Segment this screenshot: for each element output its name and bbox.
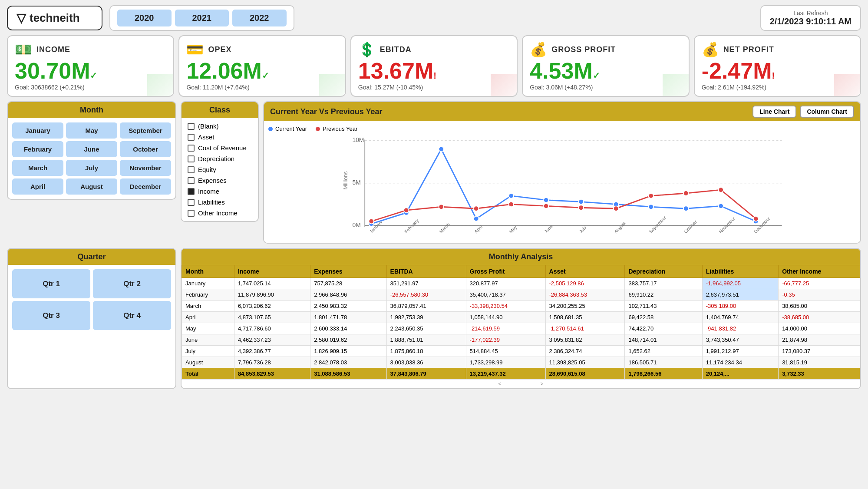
month-cell-october[interactable]: October <box>120 141 171 157</box>
table-cell: -26,557,580.30 <box>386 289 466 301</box>
table-cell: 2,243,650.35 <box>386 323 466 334</box>
middle-row: Month JanuaryMaySeptemberFebruaryJuneOct… <box>7 101 861 244</box>
table-cell: 7,796,736.28 <box>234 357 310 368</box>
month-cell-january[interactable]: January <box>12 122 63 139</box>
legend-previous-label: Previous Year <box>323 126 357 132</box>
month-cell-february[interactable]: February <box>12 141 63 157</box>
table-cell: 2,966,848.96 <box>310 289 386 301</box>
header-row: ▽ techneith 2020 2021 2022 Last Refresh … <box>7 5 861 31</box>
table-cell: 35,400,718.37 <box>466 289 545 301</box>
kpi-goal: Goal: 30638662 (+0.21%) <box>15 84 166 91</box>
chart-header: Current Year Vs Previous Year Line Chart… <box>264 102 860 121</box>
kpi-header: 💳 OPEX <box>186 41 338 58</box>
kpi-icon: 💳 <box>186 41 204 58</box>
quarter-cell-qtr-1[interactable]: Qtr 1 <box>12 269 90 298</box>
month-cell-december[interactable]: December <box>120 178 171 195</box>
table-cell: January <box>182 278 234 289</box>
kpi-card-gross-profit[interactable]: 💰 GROSS PROFIT 4.53M✓ Goal: 3.06M (+48.2… <box>522 35 689 97</box>
kpi-value: 12.06M✓ <box>186 59 338 82</box>
quarter-cell-qtr-2[interactable]: Qtr 2 <box>93 269 171 298</box>
class-item-other-income[interactable]: Other Income <box>188 209 252 217</box>
svg-point-17 <box>648 205 653 210</box>
table-cell: 1,404,769.74 <box>702 312 778 323</box>
quarter-cell-qtr-3[interactable]: Qtr 3 <box>12 301 90 330</box>
kpi-excl-icon: ! <box>772 71 775 80</box>
month-cell-july[interactable]: July <box>66 160 117 176</box>
class-label: Asset <box>198 133 215 141</box>
kpi-card-ebitda[interactable]: 💲 EBITDA 13.67M! Goal: 15.27M (-10.45%) <box>350 35 518 97</box>
kpi-goal: Goal: 2.61M (-194.92%) <box>702 84 853 91</box>
class-item-equity[interactable]: Equity <box>188 166 252 173</box>
class-item-cost-of-revenue[interactable]: Cost of Revenue <box>188 144 252 152</box>
table-cell: 2,580,019.62 <box>310 334 386 346</box>
year-tab-2020[interactable]: 2020 <box>117 10 172 26</box>
table-cell: 757,875.28 <box>310 278 386 289</box>
table-cell: -66,777.25 <box>779 278 860 289</box>
quarter-cell-qtr-4[interactable]: Qtr 4 <box>93 301 171 330</box>
svg-text:July: July <box>578 225 587 234</box>
month-cell-march[interactable]: March <box>12 160 63 176</box>
table-cell: 1,982,753.39 <box>386 312 466 323</box>
monthly-analysis-table: Monthly Analysis MonthIncomeExpensesEBIT… <box>181 248 861 389</box>
table-cell: 1,801,471.78 <box>310 312 386 323</box>
table-cell: 6,073,206.62 <box>234 301 310 312</box>
svg-text:August: August <box>613 221 627 234</box>
table-cell: 2,450,983.32 <box>310 301 386 312</box>
svg-point-25 <box>508 202 514 207</box>
kpi-header: 💲 EBITDA <box>358 41 510 58</box>
svg-text:10M: 10M <box>353 137 364 143</box>
class-panel: Class (Blank)AssetCost of RevenueDepreci… <box>181 101 259 222</box>
table-cell: 69,422.58 <box>625 312 702 323</box>
table-cell: 28,690,615.08 <box>545 368 625 380</box>
table-cell: 3,095,831.82 <box>545 334 625 346</box>
column-chart-btn[interactable]: Column Chart <box>800 106 854 118</box>
class-item-depreciation[interactable]: Depreciation <box>188 155 252 162</box>
class-label: Liabilities <box>198 198 225 206</box>
class-item-asset[interactable]: Asset <box>188 133 252 141</box>
table-cell: 37,843,806.79 <box>386 368 466 380</box>
kpi-icon: 💰 <box>530 41 547 58</box>
kpi-icon: 💰 <box>702 41 719 58</box>
table-cell: -2,505,129.86 <box>545 278 625 289</box>
table-cell: 4,873,107.65 <box>234 312 310 323</box>
table-scroll[interactable]: MonthIncomeExpensesEBITDAGross ProfitAss… <box>182 265 860 380</box>
svg-text:May: May <box>508 225 518 234</box>
kpi-header: 💵 INCOME <box>15 41 166 58</box>
kpi-row: 💵 INCOME 30.70M✓ Goal: 30638662 (+0.21%)… <box>7 35 861 97</box>
table-cell: 31,815.19 <box>779 357 860 368</box>
table-cell: -26,884,363.53 <box>545 289 625 301</box>
class-item-(blank)[interactable]: (Blank) <box>188 122 252 130</box>
month-cell-august[interactable]: August <box>66 178 117 195</box>
bottom-row: Quarter Qtr 1Qtr 2Qtr 3Qtr 4 Monthly Ana… <box>7 248 861 389</box>
table-cell: 3,732.33 <box>779 368 860 380</box>
class-item-liabilities[interactable]: Liabilities <box>188 198 252 206</box>
table-cell: 1,826,909.15 <box>310 346 386 357</box>
month-cell-april[interactable]: April <box>12 178 63 195</box>
kpi-bg <box>319 74 345 96</box>
kpi-card-opex[interactable]: 💳 OPEX 12.06M✓ Goal: 11.20M (+7.64%) <box>178 35 346 97</box>
svg-point-31 <box>718 187 723 192</box>
table-cell: 14,000.00 <box>779 323 860 334</box>
class-item-income[interactable]: Income <box>188 188 252 195</box>
kpi-card-net-profit[interactable]: 💰 NET PROFIT -2.47M! Goal: 2.61M (-194.9… <box>694 35 861 97</box>
kpi-card-income[interactable]: 💵 INCOME 30.70M✓ Goal: 30638662 (+0.21%) <box>7 35 174 97</box>
logo-box: ▽ techneith <box>7 6 102 30</box>
table-cell: 4,717,786.60 <box>234 323 310 334</box>
month-cell-september[interactable]: September <box>120 122 171 139</box>
svg-text:Millions: Millions <box>343 171 349 189</box>
line-chart-btn[interactable]: Line Chart <box>752 106 796 118</box>
year-tab-2021[interactable]: 2021 <box>175 10 229 26</box>
class-item-expenses[interactable]: Expenses <box>188 177 252 184</box>
svg-text:February: February <box>403 218 420 234</box>
month-cell-november[interactable]: November <box>120 160 171 176</box>
month-cell-may[interactable]: May <box>66 122 117 139</box>
kpi-header: 💰 GROSS PROFIT <box>530 41 681 58</box>
chart-buttons: Line Chart Column Chart <box>752 106 854 118</box>
year-tab-2022[interactable]: 2022 <box>232 10 287 26</box>
table-cell: 38,685.00 <box>779 301 860 312</box>
svg-text:September: September <box>648 215 667 234</box>
logo-icon: ▽ <box>17 11 26 25</box>
month-cell-june[interactable]: June <box>66 141 117 157</box>
chart-svg: 10M 5M 0M Millions <box>268 135 856 235</box>
table-cell: 1,888,751.01 <box>386 334 466 346</box>
